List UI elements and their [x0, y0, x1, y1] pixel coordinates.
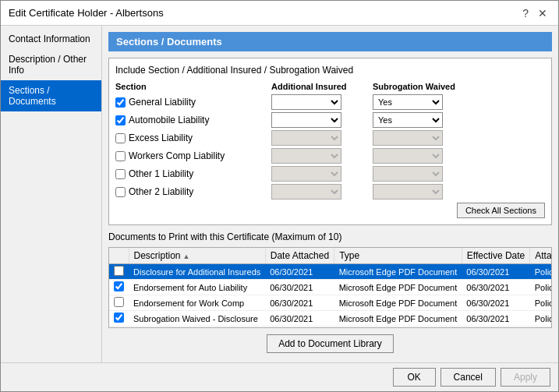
check-all-sections-button[interactable]: Check All Sections — [457, 203, 545, 218]
doc-cell-type: Microsoft Edge PDF Document — [334, 264, 462, 280]
sidebar-item-sections-documents[interactable]: Sections / Documents — [1, 80, 101, 111]
subrogation-select-other-2 — [373, 184, 443, 200]
additional-select-other-1 — [271, 166, 341, 182]
section-row-excess-liability: Excess Liability — [115, 130, 545, 146]
doc-cell-effective-date: 06/30/2021 — [462, 295, 529, 311]
doc-col-type[interactable]: Type — [334, 248, 462, 264]
table-row[interactable]: Endorsement for Auto Liability 06/30/202… — [109, 280, 552, 295]
doc-cell-date-attached: 06/30/2021 — [265, 311, 334, 327]
doc-cell-description: Subrogation Waived - Disclosure — [129, 311, 265, 327]
section-row-other-2: Other 2 Liability — [115, 184, 545, 200]
doc-cell-effective-date: 06/30/2021 — [462, 311, 529, 327]
documents-table-container[interactable]: Description ▲ Date Attached Type — [108, 247, 552, 328]
sort-arrow-description: ▲ — [183, 253, 190, 260]
content-area: Contact Information Description / Other … — [1, 26, 558, 362]
doc-row-cb[interactable] — [109, 264, 129, 280]
col-section-header: Section — [115, 82, 271, 91]
section-cb-excess-liability[interactable] — [115, 133, 126, 143]
main-panel: Sections / Documents Include Section / A… — [102, 26, 558, 362]
table-row[interactable]: Endorsement for Work Comp 06/30/2021 Mic… — [109, 295, 552, 311]
section-cb-other-2[interactable] — [115, 187, 126, 197]
subrogation-select-excess-liability — [373, 130, 443, 146]
doc-col-cb — [109, 248, 129, 264]
doc-cell-effective-date: 06/30/2021 — [462, 264, 529, 280]
doc-col-description[interactable]: Description ▲ — [129, 248, 265, 264]
sidebar-item-contact-information[interactable]: Contact Information — [1, 29, 101, 49]
doc-checkbox-2[interactable] — [114, 297, 124, 307]
section-cb-automobile-liability[interactable] — [115, 115, 126, 125]
doc-checkbox-0[interactable] — [114, 266, 124, 276]
add-to-document-library-button[interactable]: Add to Document Library — [267, 334, 394, 353]
main-window: Edit Certificate Holder - Albertsons ? ✕… — [0, 0, 559, 392]
doc-cell-type: Microsoft Edge PDF Document — [334, 295, 462, 311]
doc-cell-type: Microsoft Edge PDF Document — [334, 311, 462, 327]
section-row-other-1: Other 1 Liability — [115, 166, 545, 182]
sections-box-title: Include Section / Additional Insured / S… — [115, 65, 545, 76]
section-cb-general-liability[interactable] — [115, 97, 126, 108]
col-subrogation-header: Subrogation Waived — [373, 82, 466, 91]
table-row[interactable]: Subrogation Waived - Disclosure 06/30/20… — [109, 311, 552, 327]
title-bar: Edit Certificate Holder - Albertsons ? ✕ — [1, 1, 558, 26]
subrogation-select-other-1 — [373, 166, 443, 182]
apply-button[interactable]: Apply — [501, 368, 550, 387]
section-label-workers-comp: Workers Comp Liability — [129, 150, 225, 161]
additional-select-excess-liability — [271, 130, 341, 146]
additional-select-general-liability[interactable] — [271, 94, 341, 110]
doc-cell-type: Microsoft Edge PDF Document — [334, 280, 462, 295]
doc-cell-effective-date: 06/30/2021 — [462, 280, 529, 295]
title-bar-controls: ? ✕ — [519, 7, 550, 19]
ok-button[interactable]: OK — [393, 368, 436, 387]
doc-row-cb[interactable] — [109, 280, 129, 295]
doc-cell-description: Endorsement for Auto Liability — [129, 280, 265, 295]
close-button[interactable]: ✕ — [535, 7, 550, 19]
doc-row-cb[interactable] — [109, 295, 129, 311]
table-row[interactable]: Disclosure for Additional Insureds 06/30… — [109, 264, 552, 280]
sections-table-header: Section Additional Insured Subrogation W… — [115, 82, 545, 91]
doc-checkbox-1[interactable] — [114, 281, 124, 291]
additional-select-workers-comp — [271, 148, 341, 164]
section-row-general-liability: General Liability Yes No — [115, 94, 545, 110]
footer: OK Cancel Apply — [1, 362, 558, 391]
doc-col-date-attached[interactable]: Date Attached — [265, 248, 334, 264]
doc-cell-attached-to: Policy #1 — [530, 311, 552, 327]
section-label-other-1: Other 1 Liability — [129, 168, 193, 179]
window-title: Edit Certificate Holder - Albertsons — [9, 7, 164, 19]
doc-table-body: Disclosure for Additional Insureds 06/30… — [109, 264, 552, 327]
doc-col-effective-date[interactable]: Effective Date — [462, 248, 529, 264]
doc-row-cb[interactable] — [109, 311, 129, 327]
panel-header: Sections / Documents — [108, 32, 552, 51]
section-label-general-liability: General Liability — [129, 97, 196, 108]
doc-cell-date-attached: 06/30/2021 — [265, 280, 334, 295]
doc-cell-date-attached: 06/30/2021 — [265, 295, 334, 311]
section-label-excess-liability: Excess Liability — [129, 132, 193, 143]
sections-box: Include Section / Additional Insured / S… — [108, 58, 552, 225]
section-label-other-2: Other 2 Liability — [129, 186, 193, 197]
doc-cell-attached-to: Policy #1 — [530, 264, 552, 280]
doc-cell-attached-to: Policy #1 — [530, 295, 552, 311]
doc-cell-description: Endorsement for Work Comp — [129, 295, 265, 311]
left-nav: Contact Information Description / Other … — [1, 26, 102, 362]
cancel-button[interactable]: Cancel — [440, 368, 496, 387]
doc-col-attached-to[interactable]: Attached To — [530, 248, 552, 264]
documents-title: Documents to Print with this Certificate… — [108, 231, 552, 242]
doc-cell-description: Disclosure for Additional Insureds — [129, 264, 265, 280]
doc-cell-attached-to: Policy #1 — [530, 280, 552, 295]
additional-select-automobile-liability[interactable] — [271, 112, 341, 128]
section-row-workers-comp: Workers Comp Liability — [115, 148, 545, 164]
additional-select-other-2 — [271, 184, 341, 200]
section-cb-other-1[interactable] — [115, 169, 126, 179]
help-button[interactable]: ? — [519, 7, 532, 19]
doc-checkbox-3[interactable] — [114, 313, 124, 323]
doc-table-header-row: Description ▲ Date Attached Type — [109, 248, 552, 264]
section-cb-workers-comp[interactable] — [115, 151, 126, 161]
doc-cell-date-attached: 06/30/2021 — [265, 264, 334, 280]
subrogation-select-automobile-liability[interactable]: Yes No — [373, 112, 443, 128]
col-additional-header: Additional Insured — [271, 82, 373, 91]
subrogation-select-workers-comp — [373, 148, 443, 164]
subrogation-select-general-liability[interactable]: Yes No — [373, 94, 443, 110]
documents-table: Description ▲ Date Attached Type — [109, 248, 552, 327]
sidebar-item-description-other-info[interactable]: Description / Other Info — [1, 49, 101, 80]
section-label-automobile-liability: Automobile Liability — [129, 115, 209, 125]
sections-table: Section Additional Insured Subrogation W… — [115, 82, 545, 200]
documents-section: Documents to Print with this Certificate… — [108, 231, 552, 356]
